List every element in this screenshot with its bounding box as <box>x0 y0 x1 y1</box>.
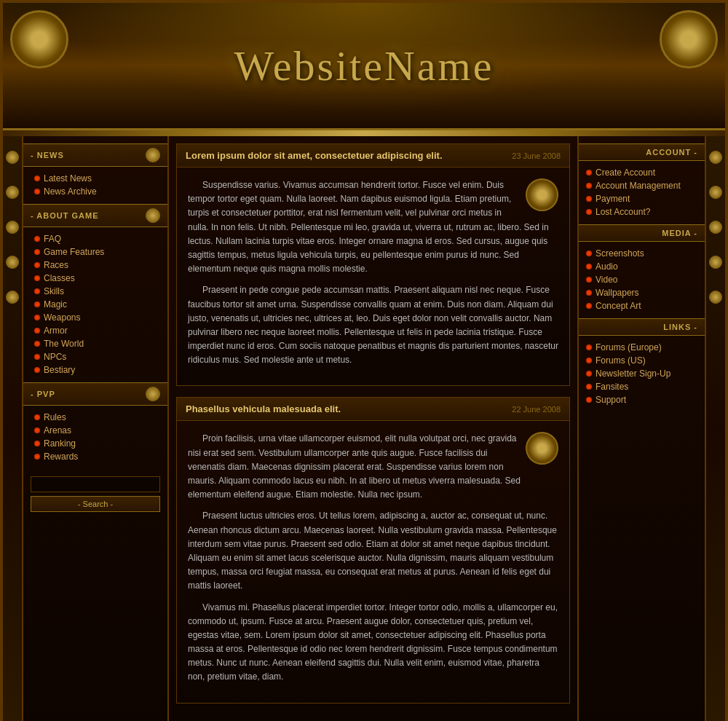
bullet-icon <box>586 397 592 403</box>
sidebar-item-ranking[interactable]: Ranking <box>44 438 76 449</box>
news-article-2-header: Phasellus vehicula malesuada elit. 22 Ju… <box>177 398 569 421</box>
bullet-icon <box>34 454 40 460</box>
media-section-header: Media - <box>579 224 705 242</box>
deco-orb-5 <box>6 291 19 304</box>
list-item: Rules <box>23 411 167 424</box>
bullet-icon <box>586 303 592 309</box>
news-article-1-title: Lorem ipsum dolor sit amet, consectetuer… <box>186 150 443 161</box>
sidebar-item-newsletter[interactable]: Newsletter Sign-Up <box>596 369 670 379</box>
news-article-2-para-3: Vivamus mi. Phasellus placerat imperdiet… <box>188 601 558 685</box>
list-item: Support <box>579 393 705 406</box>
list-item: Lost Account? <box>579 205 705 218</box>
list-item: Bestiary <box>23 363 167 377</box>
news-article-1-date: 23 June 2008 <box>512 151 561 160</box>
sidebar-item-screenshots[interactable]: Screenshots <box>596 248 644 259</box>
news-article-1-header: Lorem ipsum dolor sit amet, consectetuer… <box>177 144 569 168</box>
news-article-1: Lorem ipsum dolor sit amet, consectetuer… <box>176 143 570 386</box>
sidebar-item-lost-account[interactable]: Lost Account? <box>596 207 650 217</box>
corner-decoration-tl <box>10 10 68 68</box>
news-article-1-para-1: Suspendisse varius. Vivamus accumsan hen… <box>188 178 558 276</box>
list-item: Weapons <box>23 311 167 324</box>
list-item: NPCs <box>23 350 167 363</box>
sidebar-item-magic[interactable]: Magic <box>44 299 67 310</box>
deco-orb-1 <box>6 151 19 164</box>
deco-orb-2 <box>6 186 19 199</box>
bullet-icon <box>34 176 40 181</box>
list-item: Magic <box>23 298 167 311</box>
list-item: Races <box>23 259 167 272</box>
sidebar-item-support[interactable]: Support <box>596 395 626 405</box>
deco-orb-r2 <box>709 186 722 199</box>
search-button[interactable]: - Search - <box>31 496 160 512</box>
sidebar-item-forums-us[interactable]: Forums (US) <box>596 355 646 366</box>
list-item: Video <box>579 273 705 286</box>
list-item: Game Features <box>23 245 167 259</box>
list-item: Latest News <box>23 172 167 185</box>
list-item: Payment <box>579 192 705 205</box>
list-item: Audio <box>579 260 705 273</box>
about-section-icon <box>146 208 160 223</box>
news-article-2-title: Phasellus vehicula malesuada elit. <box>186 403 341 414</box>
sidebar-item-npcs[interactable]: NPCs <box>44 352 66 362</box>
bullet-icon <box>586 183 592 189</box>
sidebar-item-the-world[interactable]: The World <box>44 339 84 349</box>
deco-orb-3 <box>6 221 19 234</box>
list-item: Forums (US) <box>579 354 705 367</box>
bullet-icon <box>586 290 592 296</box>
bullet-icon <box>34 262 40 268</box>
sidebar-item-fansites[interactable]: Fansites <box>596 382 628 392</box>
list-item: Arenas <box>23 424 167 437</box>
sidebar-item-rules[interactable]: Rules <box>44 412 66 422</box>
deco-orb-r1 <box>709 151 722 164</box>
sidebar-item-skills[interactable]: Skills <box>44 286 64 296</box>
list-item: Ranking <box>23 437 167 450</box>
sidebar-item-arenas[interactable]: Arenas <box>44 425 71 436</box>
sidebar-item-game-features[interactable]: Game Features <box>44 247 104 257</box>
news-menu: Latest News News Archive <box>23 170 167 204</box>
sidebar-item-news-archive[interactable]: News Archive <box>44 186 97 197</box>
bullet-icon <box>586 358 592 363</box>
bullet-icon <box>34 315 40 320</box>
corner-decoration-tr <box>660 10 718 68</box>
list-item: Create Account <box>579 166 705 179</box>
sidebar-item-latest-news[interactable]: Latest News <box>44 173 92 184</box>
sidebar-item-weapons[interactable]: Weapons <box>44 312 80 323</box>
sidebar-item-payment[interactable]: Payment <box>596 194 630 204</box>
bullet-icon <box>34 367 40 373</box>
sidebar-item-forums-europe[interactable]: Forums (Europe) <box>596 342 662 352</box>
site-title: WebsiteName <box>234 42 494 90</box>
search-box: - Search - <box>23 469 167 519</box>
sidebar-item-audio[interactable]: Audio <box>596 261 618 272</box>
sidebar-item-concept-art[interactable]: Concept Art <box>596 301 641 311</box>
news-article-1-para-2: Praesent in pede congue pede accumsan ma… <box>188 283 558 367</box>
news-section-icon <box>146 148 160 162</box>
sidebar-item-races[interactable]: Races <box>44 260 68 270</box>
pvp-section-label: - PVP <box>31 390 55 398</box>
search-input[interactable] <box>31 476 160 492</box>
about-section-label: - About Game <box>31 211 98 220</box>
sidebar-item-bestiary[interactable]: Bestiary <box>44 365 75 375</box>
list-item: The World <box>23 337 167 350</box>
bullet-icon <box>586 264 592 269</box>
list-item: News Archive <box>23 185 167 198</box>
bullet-icon <box>34 328 40 334</box>
sidebar-item-video[interactable]: Video <box>596 275 617 285</box>
bullet-icon <box>34 428 40 433</box>
bullet-icon <box>34 414 40 420</box>
links-menu: Forums (Europe) Forums (US) Newsletter S… <box>579 339 705 412</box>
news-article-2-body: Proin facilisis, urna vitae ullamcorper … <box>177 421 569 702</box>
news-article-2: Phasellus vehicula malesuada elit. 22 Ju… <box>176 397 570 703</box>
bullet-icon <box>34 441 40 446</box>
bullet-icon <box>34 354 40 360</box>
sidebar-item-create-account[interactable]: Create Account <box>596 168 655 178</box>
sidebar-item-classes[interactable]: Classes <box>44 273 75 283</box>
sidebar-item-armor[interactable]: Armor <box>44 326 68 336</box>
list-item: Newsletter Sign-Up <box>579 367 705 380</box>
sidebar-item-account-management[interactable]: Account Management <box>596 181 681 191</box>
account-section-header: Account - <box>579 143 705 161</box>
list-item: Account Management <box>579 179 705 192</box>
bullet-icon <box>586 170 592 176</box>
sidebar-item-faq[interactable]: FAQ <box>44 234 61 244</box>
sidebar-item-rewards[interactable]: Rewards <box>44 452 78 462</box>
sidebar-item-wallpapers[interactable]: Wallpapers <box>596 288 639 298</box>
